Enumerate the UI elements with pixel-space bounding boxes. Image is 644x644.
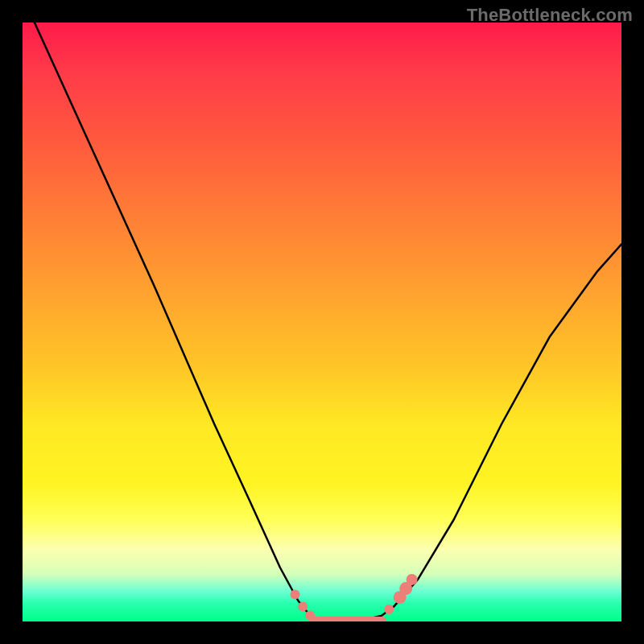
bottleneck-curve [35, 23, 621, 621]
marker-dot [291, 590, 300, 600]
attribution-text: TheBottleneck.com [467, 5, 633, 26]
marker-dot [298, 601, 308, 611]
curve-svg [23, 23, 621, 621]
plot-area [23, 23, 621, 621]
salmon-dots [291, 574, 418, 621]
marker-dot [305, 611, 315, 621]
marker-dot [384, 605, 394, 614]
marker-dot [407, 574, 418, 585]
chart-frame: TheBottleneck.com [0, 0, 644, 644]
